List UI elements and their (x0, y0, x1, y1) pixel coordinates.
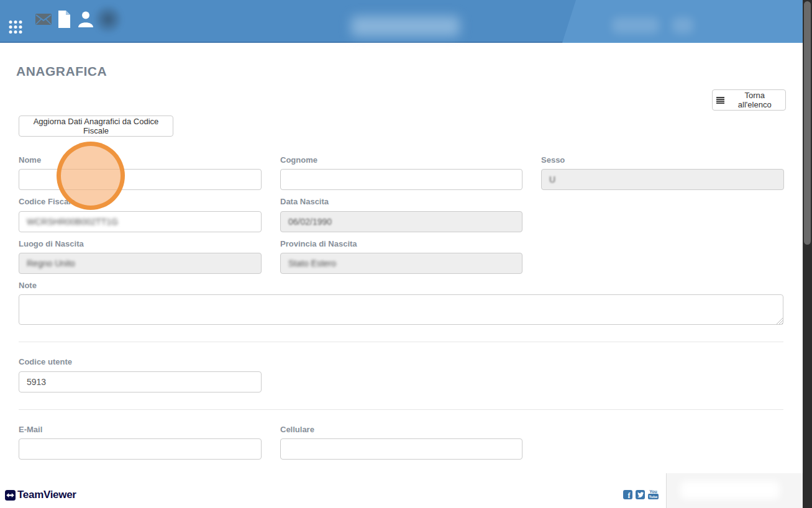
sesso-value: U (549, 175, 555, 184)
section-divider (19, 409, 783, 410)
update-from-cf-label: Aggiorna Dati Anagrafici da Codice Fisca… (23, 117, 169, 135)
codice-fiscale-value: WCRSHR00B002TT1G (27, 217, 118, 227)
cognome-label: Cognome (280, 155, 317, 165)
page-title: ANAGRAFICA (16, 64, 107, 79)
provincia-nascita-value: Stato Estero (288, 258, 336, 268)
provincia-nascita-label: Provincia di Nascita (280, 239, 357, 248)
codice-utente-input[interactable] (19, 371, 262, 392)
mail-icon[interactable] (35, 12, 52, 26)
twitter-icon[interactable] (636, 490, 645, 499)
update-from-cf-button[interactable]: Aggiorna Dati Anagrafici da Codice Fisca… (19, 116, 173, 137)
blurred-app-title (351, 16, 460, 37)
blurred-nav-item[interactable] (672, 17, 693, 34)
note-textarea[interactable] (19, 294, 783, 325)
sesso-input: U (541, 169, 784, 190)
user-icon[interactable] (78, 11, 93, 27)
codice-fiscale-input[interactable]: WCRSHR00B002TT1G (19, 211, 262, 232)
teamviewer-label: TeamViewer (17, 489, 76, 501)
cognome-input[interactable] (280, 169, 522, 190)
data-nascita-value: 06/02/1990 (288, 217, 332, 227)
cellulare-input[interactable] (280, 438, 522, 460)
teamviewer-icon (5, 490, 16, 501)
youtube-text-bottom: Tube (648, 494, 659, 499)
scrollbar-track[interactable] (803, 0, 812, 508)
top-navbar (0, 0, 812, 43)
nome-input[interactable] (19, 169, 262, 190)
footer-divider (666, 473, 667, 508)
document-icon[interactable] (57, 11, 71, 28)
luogo-nascita-input: Regno Unito (19, 253, 262, 274)
codice-utente-label: Codice utente (19, 357, 72, 366)
luogo-nascita-value: Regno Unito (27, 258, 75, 268)
apps-grid-icon[interactable] (9, 20, 22, 34)
blurred-nav-item[interactable] (612, 17, 659, 34)
back-to-list-button[interactable]: Torna all'elenco (712, 89, 786, 111)
youtube-text-top: You (649, 489, 657, 494)
codice-fiscale-label: Codice Fiscale (19, 197, 75, 206)
social-icons: f You Tube (623, 489, 659, 499)
email-input[interactable] (19, 438, 262, 460)
scrollbar-thumb[interactable] (804, 1, 811, 245)
cellulare-label: Cellulare (280, 425, 314, 434)
blurred-avatar[interactable] (94, 4, 122, 34)
section-divider (19, 342, 783, 342)
teamviewer-logo: TeamViewer (5, 489, 76, 501)
list-icon (716, 97, 724, 104)
facebook-icon[interactable]: f (623, 490, 632, 499)
provincia-nascita-input: Stato Estero (280, 253, 522, 274)
luogo-nascita-label: Luogo di Nascita (19, 239, 84, 248)
data-nascita-label: Data Nascita (280, 197, 329, 206)
back-to-list-label: Torna all'elenco (728, 91, 782, 109)
youtube-icon[interactable]: You Tube (648, 489, 659, 499)
blurred-footer-logo (680, 481, 780, 499)
nome-label: Nome (19, 155, 41, 165)
sesso-label: Sesso (541, 155, 565, 165)
facebook-letter: f (628, 491, 631, 501)
note-label: Note (19, 281, 37, 290)
data-nascita-input: 06/02/1990 (280, 211, 522, 232)
app-window: ANAGRAFICA Torna all'elenco Aggiorna Dat… (0, 0, 812, 508)
email-label: E-Mail (19, 425, 42, 434)
